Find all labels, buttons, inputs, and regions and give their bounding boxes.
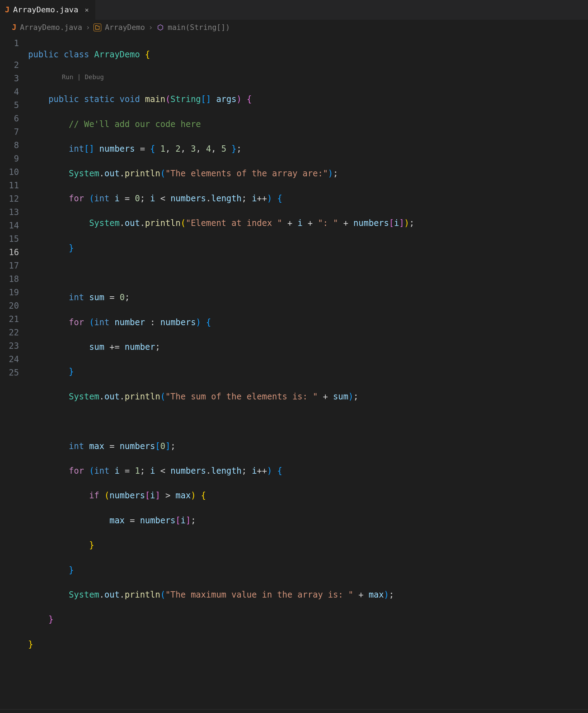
line-number: 4 [0, 85, 19, 99]
editor-tab-bar: J ArrayDemo.java × [0, 0, 588, 20]
line-number: 21 [0, 313, 19, 326]
line-number: 8 [0, 139, 19, 152]
line-number: 1 [0, 37, 19, 50]
line-number: 22 [0, 326, 19, 339]
line-number: 19 [0, 286, 19, 299]
line-number: 20 [0, 299, 19, 313]
line-number: 5 [0, 99, 19, 112]
close-icon[interactable]: × [85, 5, 89, 15]
code-editor[interactable]: 1 2 3 4 5 6 7 8 9 10 11 12 13 14 15 16 1… [0, 35, 588, 699]
editor-tab-active[interactable]: J ArrayDemo.java × [0, 0, 96, 20]
code-content[interactable]: public class ArrayDemo { Run | Debug pub… [28, 37, 588, 699]
java-file-icon: J [12, 23, 17, 32]
line-number-gutter: 1 2 3 4 5 6 7 8 9 10 11 12 13 14 15 16 1… [0, 37, 28, 699]
line-number: 9 [0, 152, 19, 165]
chevron-right-icon: › [86, 23, 90, 32]
line-number: 7 [0, 125, 19, 139]
line-number: 24 [0, 353, 19, 366]
run-codelens[interactable]: Run [62, 73, 74, 81]
breadcrumb-class[interactable]: ArrayDemo [105, 23, 145, 32]
line-number: 17 [0, 259, 19, 272]
panel-tab-bar: PROBLEMS 4 OUTPUT DEBUG CONSOLE TERMINAL… [0, 709, 588, 713]
chevron-right-icon: › [148, 23, 153, 32]
line-number: 16 [0, 246, 19, 259]
method-icon [156, 24, 164, 31]
line-number: 11 [0, 179, 19, 192]
line-number: 15 [0, 232, 19, 246]
class-icon [94, 24, 101, 31]
line-number: 14 [0, 219, 19, 232]
breadcrumb-file[interactable]: ArrayDemo.java [20, 23, 82, 32]
line-number: 6 [0, 112, 19, 125]
java-file-icon: J [5, 5, 9, 15]
breadcrumb[interactable]: J ArrayDemo.java › ArrayDemo › main(Stri… [0, 20, 588, 35]
tab-filename: ArrayDemo.java [13, 5, 78, 15]
code-lens[interactable]: Run | Debug [28, 73, 584, 81]
line-number: 13 [0, 206, 19, 219]
line-number: 12 [0, 192, 19, 206]
line-number: 2 [0, 58, 19, 72]
line-number: 25 [0, 366, 19, 379]
line-number: 10 [0, 165, 19, 179]
bottom-panel: PROBLEMS 4 OUTPUT DEBUG CONSOLE TERMINAL… [0, 709, 588, 713]
line-number: 23 [0, 339, 19, 353]
line-number: 18 [0, 272, 19, 286]
debug-codelens[interactable]: Debug [85, 73, 104, 81]
line-number: 3 [0, 72, 19, 85]
breadcrumb-method[interactable]: main(String[]) [168, 23, 230, 32]
